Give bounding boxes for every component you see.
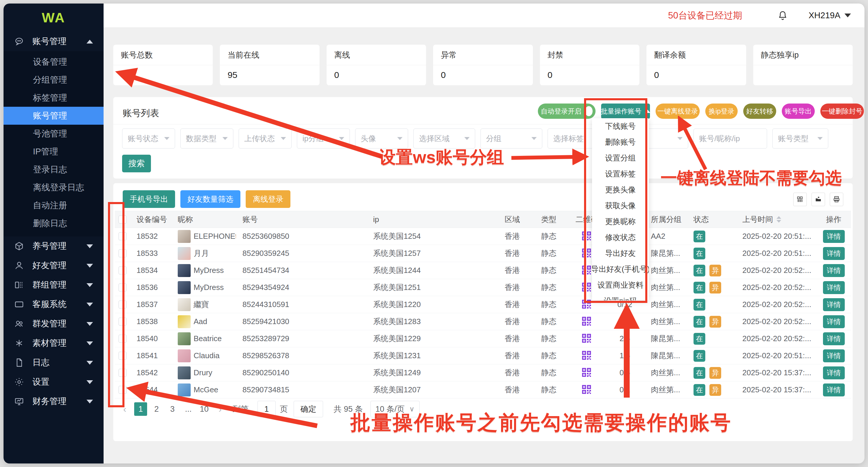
row-checkbox[interactable] (119, 249, 126, 257)
sidebar-item-IP管理[interactable]: IP管理 (3, 143, 103, 161)
sidebar-item-账号管理[interactable]: 账号管理 (3, 107, 103, 125)
menu-item-导出好友(手机号)[interactable]: 导出好友(手机号) (592, 261, 649, 277)
menu-item-更换头像[interactable]: 更换头像 (592, 182, 649, 198)
table-button-手机号导出[interactable]: 手机号导出 (123, 190, 175, 208)
row-checkbox[interactable] (119, 266, 126, 274)
sidebar-group-财务管理[interactable]: 财务管理 (3, 392, 103, 411)
qrcode-icon[interactable] (581, 299, 593, 310)
qrcode-icon[interactable] (581, 247, 593, 259)
detail-button[interactable]: 详情 (823, 349, 845, 362)
pagination-page-...[interactable]: ... (182, 402, 195, 416)
export-icon[interactable] (811, 193, 825, 206)
sidebar-group-群发管理[interactable]: 群发管理 (3, 314, 103, 333)
menu-item-更换昵称[interactable]: 更换昵称 (592, 213, 649, 229)
menu-item-下线账号[interactable]: 下线账号 (592, 118, 649, 134)
detail-button[interactable]: 详情 (823, 315, 845, 328)
detail-button[interactable]: 详情 (823, 383, 845, 396)
detail-button[interactable]: 详情 (823, 366, 845, 379)
sidebar-group-账号管理[interactable]: 账号管理 (3, 32, 103, 51)
toggle-on-icon[interactable] (585, 106, 593, 116)
print-icon[interactable] (830, 193, 843, 206)
filter-账号状态[interactable]: 账号状态 (122, 129, 175, 148)
detail-button[interactable]: 详情 (823, 264, 845, 277)
action-button-一键离线登录[interactable]: 一键离线登录 (656, 103, 700, 119)
action-button-一键删除封号[interactable]: 一键删除封号 (820, 103, 864, 119)
row-checkbox[interactable] (119, 335, 126, 343)
row-checkbox[interactable] (119, 283, 126, 292)
menu-item-设置pin码[interactable]: 设置pin码 (592, 293, 649, 300)
user-menu[interactable]: XH219A (809, 10, 851, 20)
qrcode-icon[interactable] (581, 231, 593, 242)
sidebar-group-素材管理[interactable]: 素材管理 (3, 333, 103, 353)
sidebar-group-设置[interactable]: 设置 (3, 372, 103, 392)
qrcode-icon[interactable] (581, 316, 593, 328)
search-button[interactable]: 搜索 (122, 155, 151, 172)
qrcode-icon[interactable] (581, 367, 593, 379)
row-checkbox[interactable] (119, 318, 126, 326)
qrcode-icon[interactable] (581, 350, 593, 362)
pagination-prev[interactable]: ‹ (118, 402, 131, 416)
sidebar-item-分组管理[interactable]: 分组管理 (3, 71, 103, 89)
columns-icon[interactable] (793, 193, 807, 206)
table-button-离线登录[interactable]: 离线登录 (246, 190, 290, 208)
sidebar-item-删除日志[interactable]: 删除日志 (3, 214, 103, 232)
filter-选择区域[interactable]: 选择区域 (413, 129, 475, 148)
menu-item-删除账号[interactable]: 删除账号 (592, 134, 649, 150)
filter-数据类型[interactable]: 数据类型 (180, 129, 233, 148)
filter-上传状态[interactable]: 上传状态 (239, 129, 291, 148)
action-button-账号导出[interactable]: 账号导出 (782, 103, 815, 119)
sort-icon[interactable] (776, 216, 781, 223)
detail-button[interactable]: 详情 (823, 332, 845, 345)
table-button-好友数量筛选[interactable]: 好友数量筛选 (180, 190, 240, 208)
detail-button[interactable]: 详情 (823, 281, 845, 294)
bell-icon[interactable] (777, 10, 788, 21)
filter-分组[interactable]: 分组 (480, 129, 542, 148)
sidebar-item-设备管理[interactable]: 设备管理 (3, 53, 103, 71)
pagination-next[interactable]: › (214, 402, 226, 416)
pagination-page-1[interactable]: 1 (134, 402, 147, 416)
detail-button[interactable]: 详情 (823, 298, 845, 311)
sidebar-group-好友管理[interactable]: 好友管理 (3, 256, 103, 275)
action-button-换ip登录[interactable]: 换ip登录 (705, 103, 738, 119)
filter-ip分组[interactable]: ip分组 (297, 129, 350, 148)
pagination-page-2[interactable]: 2 (150, 402, 163, 416)
detail-button[interactable]: 详情 (823, 230, 845, 243)
confirm-button[interactable]: 确定 (293, 401, 323, 417)
qrcode-icon[interactable] (581, 384, 593, 396)
sidebar-group-客服系统[interactable]: 客服系统 (3, 295, 103, 314)
row-checkbox[interactable] (119, 352, 126, 360)
goto-page-input[interactable]: 1 (257, 401, 276, 417)
sidebar-item-登录日志[interactable]: 登录日志 (3, 161, 103, 178)
filter-账号/昵称/ip[interactable]: 账号/昵称/ip (693, 129, 767, 148)
pagination-page-3[interactable]: 3 (166, 402, 179, 416)
sidebar-group-日志[interactable]: 日志 (3, 353, 103, 372)
sidebar-group-群组管理[interactable]: 群组管理 (3, 275, 103, 295)
pagination-page-10[interactable]: 10 (198, 402, 211, 416)
menu-item-修改状态[interactable]: 修改状态 (592, 229, 649, 245)
filter-头像[interactable]: 头像 (355, 129, 408, 148)
action-button-批量操作账号[interactable]: 批量操作账号 (601, 103, 650, 119)
row-checkbox[interactable] (119, 232, 126, 240)
menu-item-设置分组[interactable]: 设置分组 (592, 150, 649, 166)
sidebar-group-养号管理[interactable]: 养号管理 (3, 236, 103, 256)
sidebar-item-离线登录日志[interactable]: 离线登录日志 (3, 178, 103, 196)
status-cell: 在异 (687, 381, 736, 398)
menu-item-导出好友[interactable]: 导出好友 (592, 245, 649, 261)
menu-item-设置标签[interactable]: 设置标签 (592, 166, 649, 182)
qrcode-icon[interactable] (581, 265, 593, 276)
sidebar-item-号池管理[interactable]: 号池管理 (3, 125, 103, 143)
row-checkbox[interactable] (119, 301, 126, 308)
row-checkbox[interactable] (119, 386, 126, 394)
filter-账号类型[interactable]: 账号类型 (772, 129, 828, 148)
sidebar-item-标签管理[interactable]: 标签管理 (3, 89, 103, 107)
menu-item-设置商业资料[interactable]: 设置商业资料 (592, 277, 649, 293)
action-button-自动登录开启[interactable]: 自动登录开启 (538, 103, 595, 119)
select-all-checkbox[interactable] (119, 215, 126, 224)
menu-item-获取头像[interactable]: 获取头像 (592, 198, 649, 213)
action-button-好友转移[interactable]: 好友转移 (743, 103, 776, 119)
detail-button[interactable]: 详情 (823, 247, 845, 260)
row-checkbox[interactable] (119, 369, 126, 377)
sidebar-item-自动注册[interactable]: 自动注册 (3, 196, 103, 214)
qrcode-icon[interactable] (581, 282, 593, 294)
qrcode-icon[interactable] (581, 333, 593, 345)
